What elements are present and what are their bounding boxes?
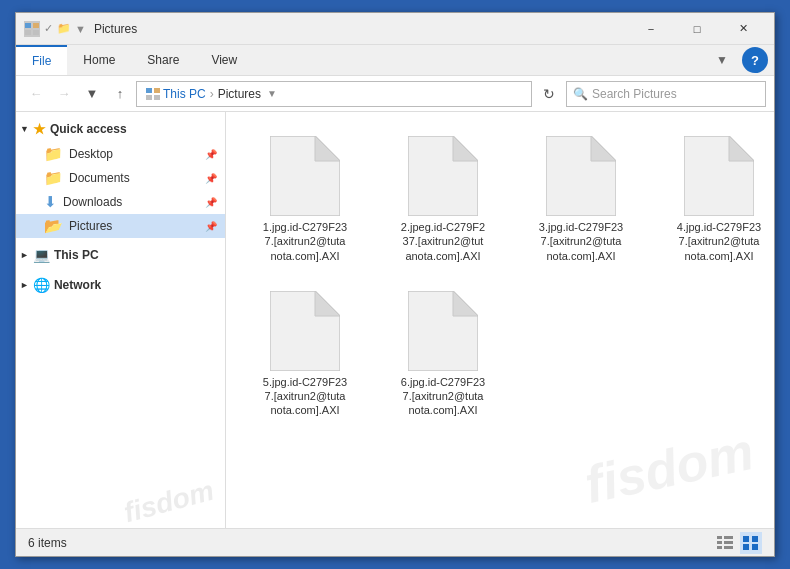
folder-blue-icon: 📁 (44, 145, 63, 163)
file-item-6[interactable]: 6.jpg.id-C279F237.[axitrun2@tutanota.com… (378, 281, 508, 428)
svg-rect-23 (724, 541, 733, 544)
folder-pictures-icon: 📂 (44, 217, 63, 235)
sidebar-thispc-label: This PC (54, 248, 99, 262)
file-label-2: 2.jpeg.id-C279F237.[axitrun2@tutanota.co… (401, 220, 485, 263)
sidebar-quickaccess-label: Quick access (50, 122, 127, 136)
sidebar-network-label: Network (54, 278, 101, 292)
back-button[interactable]: ← (24, 82, 48, 106)
up-button[interactable]: ↑ (108, 82, 132, 106)
title-bar-icons: ✓ 📁 ▼ (24, 21, 86, 37)
folder-icon: 📁 (44, 169, 63, 187)
search-icon: 🔍 (573, 87, 588, 101)
item-count: 6 items (28, 536, 67, 550)
file-icon-6 (408, 291, 478, 371)
sidebar-desktop-label: Desktop (69, 147, 113, 161)
file-icon-3 (546, 136, 616, 216)
computer-icon: 💻 (33, 247, 50, 263)
dropdown-button[interactable]: ▼ (80, 82, 104, 106)
svg-rect-3 (33, 30, 39, 35)
help-button[interactable]: ? (742, 47, 768, 73)
file-area-watermark: fisdom (579, 421, 758, 515)
file-item-2[interactable]: 2.jpeg.id-C279F237.[axitrun2@tutanota.co… (378, 126, 508, 273)
svg-rect-21 (724, 536, 733, 539)
svg-marker-18 (408, 291, 478, 371)
breadcrumb-thispc[interactable]: This PC (163, 87, 206, 101)
explorer-window: ✓ 📁 ▼ Pictures − □ ✕ File Home Share Vie… (15, 12, 775, 557)
sidebar-downloads-label: Downloads (63, 195, 122, 209)
svg-rect-1 (33, 23, 39, 28)
sidebar-item-documents[interactable]: 📁 Documents 📌 (16, 166, 225, 190)
search-box[interactable]: 🔍 Search Pictures (566, 81, 766, 107)
svg-marker-8 (270, 136, 340, 216)
pin-icon-docs: 📌 (205, 173, 217, 184)
list-view-button[interactable] (714, 532, 736, 554)
sidebar-item-pictures[interactable]: 📂 Pictures 📌 (16, 214, 225, 238)
window-title: Pictures (94, 22, 628, 36)
tab-home[interactable]: Home (67, 45, 131, 75)
close-button[interactable]: ✕ (720, 13, 766, 45)
sidebar-header-quickaccess[interactable]: ▼ ★ Quick access (16, 116, 225, 142)
address-bar: ← → ▼ ↑ This PC › Pictures ▼ ↻ 🔍 Search … (16, 76, 774, 112)
sidebar-documents-label: Documents (69, 171, 130, 185)
sidebar-section-quickaccess: ▼ ★ Quick access 📁 Desktop 📌 📁 Documents… (16, 116, 225, 238)
main-content: ▼ ★ Quick access 📁 Desktop 📌 📁 Documents… (16, 112, 774, 528)
file-item-3[interactable]: 3.jpg.id-C279F237.[axitrun2@tutanota.com… (516, 126, 646, 273)
star-icon: ★ (33, 121, 46, 137)
svg-marker-9 (315, 136, 340, 161)
pin-icon: 📌 (205, 149, 217, 160)
file-item-5[interactable]: 5.jpg.id-C279F237.[axitrun2@tutanota.com… (240, 281, 370, 428)
chevron-right-icon: ► (20, 250, 29, 260)
window-icon (24, 21, 40, 37)
pin-icon-title: ▼ (75, 23, 86, 35)
grid-view-button[interactable] (740, 532, 762, 554)
breadcrumb[interactable]: This PC › Pictures ▼ (136, 81, 532, 107)
sidebar-item-desktop[interactable]: 📁 Desktop 📌 (16, 142, 225, 166)
svg-marker-19 (453, 291, 478, 316)
files-grid: 1.jpg.id-C279F237.[axitrun2@tutanota.com… (236, 122, 764, 432)
svg-marker-10 (408, 136, 478, 216)
sidebar-header-thispc[interactable]: ► 💻 This PC (16, 242, 225, 268)
svg-marker-11 (453, 136, 478, 161)
title-bar: ✓ 📁 ▼ Pictures − □ ✕ (16, 13, 774, 45)
status-bar: 6 items (16, 528, 774, 556)
file-item-1[interactable]: 1.jpg.id-C279F237.[axitrun2@tutanota.com… (240, 126, 370, 273)
refresh-button[interactable]: ↻ (536, 81, 562, 107)
sidebar-item-downloads[interactable]: ⬇ Downloads 📌 (16, 190, 225, 214)
svg-rect-2 (25, 30, 31, 35)
pin-icon-dl: 📌 (205, 197, 217, 208)
tab-view[interactable]: View (195, 45, 253, 75)
svg-rect-28 (743, 544, 749, 550)
svg-rect-22 (717, 541, 722, 544)
svg-rect-25 (724, 546, 733, 549)
sidebar-header-network[interactable]: ► 🌐 Network (16, 272, 225, 298)
file-item-4[interactable]: 4.jpg.id-C279F237.[axitrun2@tutanota.com… (654, 126, 774, 273)
view-controls (714, 532, 762, 554)
sidebar-section-network: ► 🌐 Network (16, 272, 225, 298)
ribbon-chevron[interactable]: ▼ (708, 45, 736, 75)
forward-button[interactable]: → (52, 82, 76, 106)
file-icon-2 (408, 136, 478, 216)
breadcrumb-expand[interactable]: ▼ (267, 88, 277, 99)
svg-marker-17 (315, 291, 340, 316)
search-placeholder: Search Pictures (592, 87, 677, 101)
file-icon-1 (270, 136, 340, 216)
ribbon: File Home Share View ▼ ? (16, 45, 774, 76)
breadcrumb-pictures[interactable]: Pictures (218, 87, 261, 101)
svg-marker-13 (591, 136, 616, 161)
ribbon-tabs: File Home Share View ▼ ? (16, 45, 774, 75)
chevron-right-icon-net: ► (20, 280, 29, 290)
svg-marker-15 (729, 136, 754, 161)
svg-rect-26 (743, 536, 749, 542)
download-icon: ⬇ (44, 193, 57, 211)
svg-rect-29 (752, 544, 758, 550)
maximize-button[interactable]: □ (674, 13, 720, 45)
minimize-button[interactable]: − (628, 13, 674, 45)
file-label-5: 5.jpg.id-C279F237.[axitrun2@tutanota.com… (263, 375, 347, 418)
svg-rect-27 (752, 536, 758, 542)
svg-marker-14 (684, 136, 754, 216)
tab-share[interactable]: Share (131, 45, 195, 75)
svg-marker-16 (270, 291, 340, 371)
window-controls: − □ ✕ (628, 13, 766, 45)
tab-file[interactable]: File (16, 45, 67, 75)
svg-rect-0 (25, 23, 31, 28)
